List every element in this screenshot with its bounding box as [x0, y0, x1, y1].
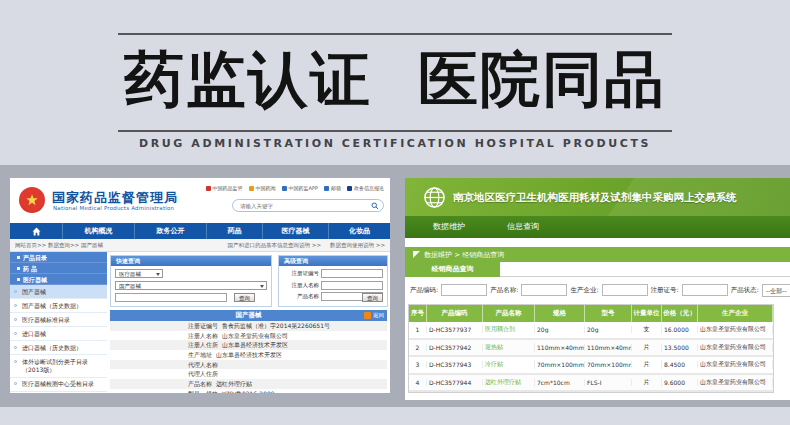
sidebar-group-products[interactable]: 产品目录 — [10, 252, 107, 263]
product-name-input[interactable] — [521, 284, 567, 296]
top-link-mail[interactable]: 邮箱 — [324, 185, 341, 191]
table-row: 4 D-HC3577944 远红外理疗贴 7cm*10cm FLS-I 片 9.… — [409, 375, 773, 393]
nav-item-devices[interactable]: 医疗器械 — [262, 223, 328, 239]
manufacturer-label: 生产企业: — [570, 286, 598, 295]
result-row: 代理人住所 — [110, 369, 387, 379]
category-select[interactable]: 医疗器械 — [115, 269, 163, 278]
nanjing-tab-row: 经销商品查询 — [405, 262, 790, 277]
square-bullet-icon — [17, 256, 20, 259]
circle-bullet-icon — [14, 346, 17, 349]
nmpa-org-name-en: National Medical Products Administration — [53, 205, 174, 211]
globe-icon — [423, 186, 446, 209]
nmpa-search-box[interactable] — [232, 199, 384, 212]
reg-no-input[interactable] — [321, 269, 383, 278]
sidebar-item-imported-devices[interactable]: 进口器械 — [10, 327, 107, 341]
result-row: 注册人名称山东皇圣堂药业有限公司 — [110, 331, 387, 341]
sidebar-group-devices[interactable]: 医疗器械 — [10, 274, 107, 285]
product-status-label: 产品状态: — [731, 286, 759, 295]
result-row: 生产地址山东单县经济技术开发区 — [110, 350, 387, 360]
circle-bullet-icon — [14, 304, 17, 307]
circle-bullet-icon — [14, 382, 17, 385]
tab-distribution-product-query[interactable]: 经销商品查询 — [405, 262, 500, 277]
nav-item-drugs[interactable]: 药品 — [206, 223, 262, 239]
product-code-input[interactable] — [441, 284, 487, 296]
result-title: 国产器械 — [110, 310, 387, 321]
sidebar-group-drugs[interactable]: 药 品 — [10, 263, 107, 274]
nanjing-header: 南京地区医疗卫生机构医用耗材及试剂集中采购网上交易系统 — [405, 178, 790, 216]
col-product-name: 产品名称 — [483, 305, 535, 322]
product-name-label: 产品名称: — [490, 286, 518, 295]
chevron-down-icon — [260, 285, 264, 288]
col-price: 价格（元） — [662, 305, 698, 322]
col-manufacturer: 生产企业 — [698, 305, 773, 322]
banner-bottom-rule — [118, 130, 672, 132]
nav-item-overview[interactable]: 机构概况 — [62, 223, 134, 239]
advanced-search-panel: 高级查询 注册证编号 注册人名称 产品名称 查询 — [278, 255, 388, 307]
manufacturer-input[interactable] — [602, 284, 648, 296]
help-link-data-usage[interactable]: 数据查询使用说明 >> — [330, 242, 385, 249]
result-bar: 国产器械 返回 — [110, 310, 387, 321]
square-bullet-icon — [17, 267, 20, 270]
table-header: 序号 产品编码 产品名称 规格 型号 计量单位 价格（元） 生产企业 — [409, 305, 773, 322]
nav-home[interactable] — [10, 223, 62, 239]
wechat-icon — [206, 186, 211, 191]
circle-bullet-icon — [14, 290, 17, 293]
registrant-input[interactable] — [321, 281, 383, 290]
mail-icon — [324, 186, 329, 191]
circle-bullet-icon — [14, 332, 17, 335]
col-product-code: 产品编码 — [427, 305, 483, 322]
product-link[interactable]: 退热贴 — [483, 343, 535, 352]
product-link[interactable]: 远红外理疗贴 — [483, 378, 535, 387]
nav-item-gov-affairs[interactable]: 政务公开 — [134, 223, 206, 239]
home-icon — [32, 227, 41, 236]
search-icon[interactable] — [371, 202, 379, 210]
menu-info-query[interactable]: 信息查询 — [507, 216, 539, 238]
quick-search-title: 快速查询 — [111, 256, 271, 266]
banner-top-rule — [118, 33, 672, 35]
nmpa-breadcrumb-row: 网站首页>> 数据查询>> 国产器械 国产和进口药品基本信息查询说明 >> 数据… — [10, 239, 390, 252]
sidebar-item-ivd-catalog[interactable]: 体外诊断试剂分类子目录（2013版） — [10, 355, 107, 377]
menu-data-maintenance[interactable]: 数据维护 — [433, 216, 465, 238]
advanced-search-button[interactable]: 查询 — [362, 293, 383, 302]
sidebar-item-classification-catalog[interactable]: 医疗器械分类目录 — [10, 392, 107, 393]
chevron-down-icon — [156, 273, 160, 276]
subcategory-select[interactable]: 国产器械 — [115, 281, 267, 290]
product-link[interactable]: 冷疗贴 — [483, 360, 535, 369]
quick-search-button[interactable]: 查询 — [234, 293, 255, 302]
nanjing-breadcrumb: 数据维护 > 经销商品查询 — [424, 250, 504, 260]
circle-bullet-icon — [14, 360, 17, 363]
help-link-drug-query[interactable]: 国产和进口药品基本信息查询说明 >> — [228, 242, 321, 249]
result-row: 代理人名称 — [110, 360, 387, 370]
result-row: 注册人住所山东单县经济技术开发区 — [110, 340, 387, 350]
square-bullet-icon — [17, 278, 20, 281]
sidebar-item-imported-history[interactable]: 进口器械（历史数据） — [10, 341, 107, 355]
top-link-regulation[interactable]: 中国药品监管 — [206, 185, 243, 191]
product-link[interactable]: 医用耦合剂 — [483, 325, 535, 334]
sidebar-item-domestic-history[interactable]: 国产器械（历史数据） — [10, 299, 107, 313]
mobile-app-icon — [282, 186, 287, 191]
product-status-select[interactable]: --全部-- — [762, 284, 790, 297]
col-spec: 规格 — [535, 305, 585, 322]
weibo-icon — [249, 186, 254, 191]
registration-no-input[interactable] — [682, 284, 728, 296]
top-link-news[interactable]: 中国药闻 — [249, 185, 276, 191]
nav-item-cosmetics[interactable]: 化妆品 — [328, 223, 390, 239]
search-input[interactable] — [233, 203, 371, 209]
nanjing-screenshot: 南京地区医疗卫生机构医用耗材及试剂集中采购网上交易系统 数据维护 信息查询 数据… — [405, 178, 790, 400]
nmpa-top-links: 中国药品监管 中国药闻 中国药监APP 邮箱 政务信息报送 — [206, 185, 384, 191]
table-row: 2 D-HC3577942 退热贴 110mm×40mm 110mm×40mm … — [409, 340, 773, 358]
sidebar-item-testing-center[interactable]: 医疗器械检测中心受检目录 — [10, 378, 107, 392]
reg-no-label: 注册证编号 — [283, 270, 319, 277]
advanced-search-title: 高级查询 — [279, 256, 387, 266]
national-emblem-icon — [19, 187, 45, 213]
col-index: 序号 — [409, 305, 427, 322]
quick-search-input[interactable] — [115, 293, 227, 302]
result-row: 型号、规格YZB/鲁0216-2009 — [110, 389, 387, 393]
top-link-app[interactable]: 中国药监APP — [282, 185, 318, 191]
top-link-gov-info[interactable]: 政务信息报送 — [347, 185, 384, 191]
sidebar-item-domestic-devices[interactable]: 国产器械 — [10, 285, 107, 299]
result-row: 产品名称远红外理疗贴 — [110, 379, 387, 389]
back-button[interactable]: 返回 — [364, 312, 384, 319]
col-unit: 计量单位 — [632, 305, 662, 322]
sidebar-item-standards-catalog[interactable]: 医疗器械标准目录 — [10, 313, 107, 327]
